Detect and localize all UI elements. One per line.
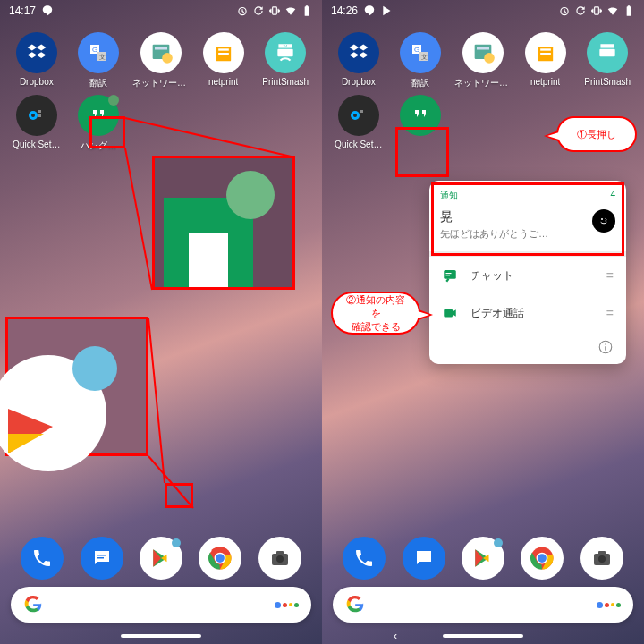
play-status-icon	[381, 4, 394, 17]
svg-text:G: G	[414, 46, 419, 54]
svg-rect-52	[446, 275, 451, 275]
chat-icon	[442, 267, 458, 284]
highlight-box-play	[165, 483, 193, 508]
app-dropbox[interactable]: Dropbox	[7, 32, 66, 89]
longpress-popup: 通知4 晃 先ほどはありがとうご… チャット= ビデオ通話=	[429, 181, 626, 364]
svg-rect-45	[600, 49, 615, 57]
svg-point-58	[538, 553, 547, 563]
svg-line-21	[148, 318, 165, 483]
refresh-icon	[252, 4, 265, 17]
status-bar: 14:17	[0, 0, 322, 21]
app-printsmash[interactable]: PrintSmash	[578, 32, 637, 89]
app-printsmash[interactable]: 24PrintSmash	[256, 32, 315, 89]
svg-point-30	[276, 555, 284, 563]
svg-point-8	[162, 53, 173, 64]
svg-point-60	[598, 555, 606, 563]
screen-left: 14:17 Dropbox G文翻訳 ネットワークフ… netprint 24P…	[0, 0, 322, 644]
clock: 14:26	[331, 4, 358, 17]
hangouts-status-icon	[41, 4, 54, 17]
svg-rect-33	[595, 7, 599, 14]
svg-rect-43	[540, 53, 551, 55]
svg-rect-61	[598, 551, 606, 555]
svg-rect-18	[38, 114, 41, 117]
svg-point-49	[601, 218, 603, 220]
callout-longpress: ①長押し	[556, 116, 637, 152]
assistant-icon[interactable]	[275, 602, 299, 608]
svg-text:文: 文	[99, 54, 106, 60]
vibrate-icon	[590, 4, 603, 17]
dock-phone[interactable]	[343, 537, 386, 580]
search-bar[interactable]	[11, 587, 311, 623]
nav-bar	[0, 628, 322, 644]
app-quicksettings[interactable]: Quick Set…	[329, 95, 388, 149]
app-translate[interactable]: G文翻訳	[392, 32, 451, 89]
wifi-icon	[284, 4, 297, 17]
popup-notification[interactable]: 通知4 晃 先ほどはありがとうご…	[429, 181, 626, 251]
search-bar[interactable]	[333, 587, 633, 623]
dock-messages[interactable]	[402, 537, 445, 580]
popup-header: 通知	[440, 190, 458, 202]
dock-messages[interactable]	[80, 537, 123, 580]
svg-rect-56	[605, 346, 606, 351]
svg-rect-1	[273, 7, 277, 14]
nav-bar: ‹	[322, 628, 644, 644]
popup-count: 4	[610, 190, 615, 202]
hangouts-status-icon	[363, 4, 376, 17]
video-icon	[442, 305, 458, 321]
svg-text:24: 24	[284, 44, 288, 48]
nav-home-pill[interactable]	[121, 634, 201, 638]
svg-rect-42	[540, 48, 551, 50]
svg-line-20	[125, 148, 152, 290]
app-network[interactable]: ネットワークフ…	[131, 32, 191, 89]
dock-play[interactable]	[140, 537, 182, 580]
notification-dot-icon	[108, 95, 119, 106]
svg-rect-11	[218, 53, 229, 55]
dock-chrome[interactable]	[199, 537, 242, 580]
nav-home-pill[interactable]	[443, 634, 523, 638]
google-logo-icon	[345, 595, 365, 614]
app-netprint[interactable]: netprint	[194, 32, 253, 89]
dock-camera[interactable]	[580, 537, 623, 580]
assistant-icon[interactable]	[597, 602, 621, 608]
google-logo-icon	[23, 595, 43, 614]
dock-camera[interactable]	[258, 537, 301, 580]
svg-rect-39	[477, 47, 489, 50]
popup-shortcut-chat[interactable]: チャット=	[429, 257, 626, 294]
clock: 14:17	[9, 4, 36, 17]
app-network[interactable]: ネットワークフ…	[453, 32, 513, 89]
dock-chrome[interactable]	[521, 537, 564, 580]
app-dropbox[interactable]: Dropbox	[329, 32, 388, 89]
svg-rect-24	[97, 557, 104, 559]
svg-rect-44	[601, 44, 614, 47]
app-translate[interactable]: G文翻訳	[70, 32, 129, 89]
highlight-box-hangouts	[89, 116, 125, 148]
emoji-icon	[592, 209, 615, 233]
svg-rect-48	[360, 110, 363, 113]
svg-point-40	[484, 53, 495, 64]
svg-rect-17	[38, 110, 41, 113]
notification-dot-icon	[494, 538, 503, 547]
app-hangouts[interactable]	[392, 95, 451, 149]
popup-title: 晃	[440, 209, 615, 225]
alarm-icon	[236, 4, 249, 17]
svg-rect-7	[155, 47, 167, 50]
battery-icon	[623, 4, 635, 17]
svg-point-47	[353, 114, 357, 117]
drag-handle-icon[interactable]: =	[606, 306, 614, 320]
svg-rect-53	[444, 309, 453, 318]
zoom-play	[5, 317, 148, 456]
app-quicksettings[interactable]: Quick Set…	[7, 95, 66, 152]
status-bar: 14:26	[322, 0, 644, 21]
notification-dot-icon	[172, 538, 181, 547]
drag-handle-icon[interactable]: =	[606, 268, 614, 283]
alarm-icon	[558, 4, 571, 17]
dock-play[interactable]	[462, 537, 504, 580]
info-icon	[597, 339, 614, 355]
app-netprint[interactable]: netprint	[516, 32, 575, 89]
popup-info[interactable]	[429, 332, 626, 364]
popup-shortcut-video[interactable]: ビデオ通話=	[429, 294, 626, 332]
dock-phone[interactable]	[21, 537, 64, 580]
refresh-icon	[574, 4, 587, 17]
svg-point-55	[605, 343, 606, 345]
nav-back-icon[interactable]: ‹	[394, 630, 397, 642]
